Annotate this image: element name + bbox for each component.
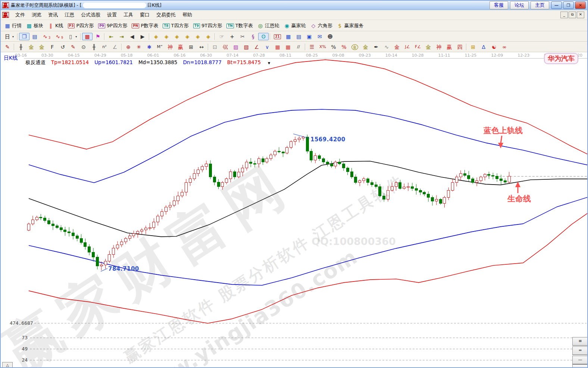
pane-scale-button-2[interactable]: =: [572, 346, 587, 355]
tool-diamond-grow-x[interactable]: ◈: [161, 33, 172, 40]
tool-crosshair[interactable]: +: [227, 33, 237, 40]
tool-infinity[interactable]: ∞: [499, 43, 510, 51]
child-close-button[interactable]: ✕: [577, 12, 584, 18]
tool-calendar-21[interactable]: 21: [272, 34, 283, 40]
tool-gold-grid[interactable]: 金: [26, 43, 37, 51]
chart-area[interactable]: 赢家财富网 赢家江恩软件 股票分析软件 江恩工具软件 www.yingjia36…: [1, 52, 587, 368]
tool-percent[interactable]: %: [328, 43, 339, 51]
menu-item-公式选股[interactable]: 公式选股: [78, 11, 104, 19]
tool-pen[interactable]: ✎: [2, 43, 13, 51]
pane-label-daily-kline[interactable]: 日K线: [4, 55, 18, 62]
tool-f-grid[interactable]: F: [47, 43, 57, 51]
menu-item-窗口[interactable]: 窗口: [137, 11, 153, 19]
tool-red-grid[interactable]: ▦: [272, 43, 283, 51]
tool-calculator[interactable]: ▦: [283, 33, 294, 40]
tool-ink-pen[interactable]: ✒: [371, 43, 381, 51]
tool-percent-lines[interactable]: %: [339, 43, 349, 51]
tool-diamond-zoom-out[interactable]: ◈: [203, 33, 213, 40]
tool-diamond-zoom-in[interactable]: ◈: [193, 33, 203, 40]
toolbar-button-p-square[interactable]: P3P四方形: [66, 22, 96, 30]
tool-gold-angle[interactable]: 金: [423, 43, 434, 51]
tool-step-forward[interactable]: ▶: [137, 33, 148, 40]
service-button[interactable]: 客服: [490, 1, 508, 9]
toolbar-button-gann-wheel[interactable]: ◎江恩轮: [255, 22, 282, 30]
pane-expand-button[interactable]: △: [2, 362, 13, 368]
tool-shen-angle[interactable]: 神: [434, 43, 444, 51]
pane-scale-button-4[interactable]: ⇥: [572, 364, 587, 368]
tool-info-list[interactable]: ▤: [29, 33, 40, 40]
tool-n-squared[interactable]: n²: [99, 43, 110, 51]
home-button[interactable]: 主页: [531, 1, 549, 9]
tool-gold-underline[interactable]: 金: [360, 43, 371, 51]
tool-brain-tool[interactable]: ʘ: [258, 33, 269, 40]
tool-ying-angle[interactable]: 赢: [444, 43, 454, 51]
indicator-name[interactable]: 极反通道: [25, 59, 46, 66]
tool-seal-tool[interactable]: §: [248, 33, 258, 40]
tool-spiral[interactable]: ↺: [57, 43, 68, 51]
tool-red-grid-2[interactable]: ▦: [283, 43, 293, 51]
tool-clock-wheel[interactable]: ⊙: [78, 43, 89, 51]
tool-line-chart[interactable]: ∆: [478, 43, 489, 51]
tool-price-levels[interactable]: ☰: [307, 43, 317, 51]
tool-gold-red[interactable]: 金: [392, 43, 402, 51]
tool-shen-square[interactable]: 神: [165, 43, 175, 51]
tool-wave-3[interactable]: ∿3: [40, 33, 53, 40]
toolbar-button-kline[interactable]: ∥K线: [46, 22, 66, 30]
menu-item-文件[interactable]: 文件: [12, 11, 28, 19]
child-minimize-button[interactable]: _: [560, 12, 568, 18]
close-button[interactable]: ✕: [575, 1, 586, 9]
tool-network-grid[interactable]: ❒: [19, 33, 29, 40]
tool-hand-drag[interactable]: ☞: [216, 33, 227, 40]
pane-scale-button-1[interactable]: ≡: [572, 337, 587, 346]
tool-parallel-lines[interactable]: ∕∕: [293, 43, 304, 51]
tool-scissors[interactable]: ✂: [237, 33, 248, 40]
tool-wave-9[interactable]: ∿9: [53, 33, 65, 40]
tool-flag-tool[interactable]: ⚑: [93, 33, 103, 40]
menu-item-交易委托[interactable]: 交易委托: [153, 11, 179, 19]
tool-four-angle[interactable]: 四: [454, 43, 465, 51]
tool-fan-lines[interactable]: 巛: [220, 43, 231, 51]
tool-grid-fan[interactable]: ▨: [231, 43, 241, 51]
tool-go-first[interactable]: ⇤: [106, 33, 116, 40]
tool-diamond-grow-y[interactable]: ◈: [182, 33, 193, 40]
tool-mail-globe[interactable]: ✉: [315, 33, 325, 40]
pane-scale-button-3[interactable]: —: [572, 356, 587, 364]
tool-period-day-dropdown[interactable]: 日▾: [2, 33, 16, 40]
tool-wave-measure[interactable]: ∿: [381, 43, 392, 51]
toolbar-button-p-number-table[interactable]: PNP数字表: [129, 22, 160, 30]
tool-tick-grid[interactable]: ╫: [16, 43, 26, 51]
toolbar-button-winner-wheel[interactable]: ◉赢家轮: [282, 22, 308, 30]
tool-tick-grid-2[interactable]: ╫: [89, 43, 99, 51]
menu-item-工具[interactable]: 工具: [120, 11, 137, 19]
toolbar-button-t-square[interactable]: T8T四方形: [160, 22, 191, 30]
tool-gold-grid-2[interactable]: 金: [37, 43, 47, 51]
tool-notes[interactable]: ▤: [294, 33, 304, 40]
forum-button[interactable]: 论坛: [510, 1, 529, 9]
tool-gann-wheel-small[interactable]: ✳: [134, 43, 144, 51]
toolbar-button-t-number-table[interactable]: TNT数字表: [224, 22, 255, 30]
tool-grid-fan-2[interactable]: ▧: [241, 43, 251, 51]
tool-compass[interactable]: ⊕: [123, 43, 134, 51]
tool-diamond-shrink-x[interactable]: ◈: [151, 33, 161, 40]
menu-item-帮助[interactable]: 帮助: [179, 11, 196, 19]
menu-item-设置[interactable]: 设置: [104, 11, 120, 19]
tool-user-tools[interactable]: ☻: [325, 33, 335, 40]
tool-width-measure[interactable]: ↔: [196, 43, 207, 51]
minimize-button[interactable]: —: [551, 1, 562, 9]
tool-yellow-grid[interactable]: ⊞: [468, 43, 478, 51]
toolbar-button-9p-square[interactable]: P99P四方形: [96, 22, 129, 30]
tool-angle-ruler[interactable]: ∠: [110, 43, 120, 51]
toolbar-button-9t-square[interactable]: T99T四方形: [191, 22, 225, 30]
tool-kn-marks[interactable]: M”: [154, 43, 165, 51]
tool-spider-web[interactable]: ✱: [144, 43, 154, 51]
tool-ying-square[interactable]: 赢: [175, 43, 186, 51]
tool-j-angle[interactable]: J∠: [402, 43, 413, 51]
tool-f-angle[interactable]: F∠: [413, 43, 423, 51]
menu-item-江恩[interactable]: 江恩: [61, 11, 78, 19]
child-restore-button[interactable]: ⧉: [569, 12, 576, 18]
restore-button[interactable]: ❐: [563, 1, 574, 9]
toolbar-button-quotes[interactable]: ▦行情: [2, 22, 24, 30]
tool-ruler-123[interactable]: ⊞: [186, 43, 196, 51]
toolbar-button-winner-service[interactable]: $赢家服务: [335, 22, 366, 30]
tool-maze-tool[interactable]: ▩: [82, 33, 93, 40]
